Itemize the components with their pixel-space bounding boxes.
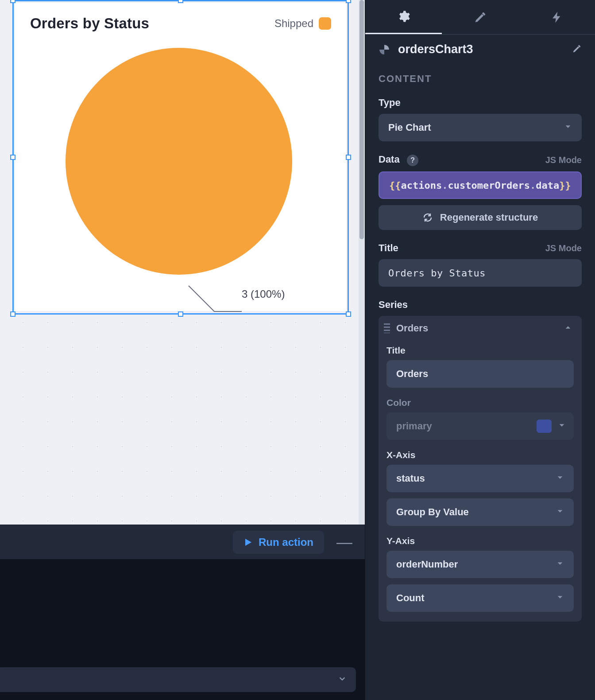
drag-handle-icon[interactable] — [384, 323, 390, 333]
canvas-viewport[interactable]: Orders by Status Shipped 3 (100%) — [0, 0, 365, 525]
regenerate-label: Regenerate structure — [440, 212, 538, 223]
resize-handle-left[interactable] — [10, 155, 15, 160]
code-brace: {{ — [389, 180, 401, 191]
x-axis-field-value: status — [396, 473, 425, 484]
title-input[interactable]: Orders by Status — [379, 259, 582, 287]
data-expression-input[interactable]: {{actions.customerOrders.data}} — [379, 171, 582, 199]
label-y-axis: Y-Axis — [386, 536, 574, 546]
chevron-down-icon — [338, 674, 346, 685]
legend-swatch — [319, 17, 331, 30]
resize-handle-right[interactable] — [346, 155, 351, 160]
label-type: Type — [379, 97, 582, 109]
pie-slice-shipped — [66, 48, 292, 275]
regenerate-structure-button[interactable]: Regenerate structure — [379, 205, 582, 230]
component-name: ordersChart3 — [398, 43, 473, 56]
chevron-up-icon — [564, 323, 572, 333]
label-title: Title — [379, 242, 398, 254]
x-axis-group-value: Group By Value — [396, 506, 469, 518]
label-x-axis: X-Axis — [386, 450, 574, 460]
chevron-down-icon — [556, 473, 564, 484]
code-token: customerOrders — [448, 180, 529, 191]
label-series: Series — [379, 299, 582, 311]
series-color-name: primary — [396, 420, 432, 432]
section-content-header: CONTENT — [365, 65, 595, 97]
x-axis-group-select[interactable]: Group By Value — [386, 498, 574, 526]
series-item-name: Orders — [396, 323, 558, 334]
run-action-button[interactable]: Run action — [233, 531, 324, 554]
jsmode-toggle-title[interactable]: JS Mode — [545, 243, 582, 253]
resize-handle-top-right[interactable] — [346, 0, 351, 3]
canvas-scrollbar[interactable] — [359, 0, 365, 525]
select-chart-type[interactable]: Pie Chart — [379, 114, 582, 141]
pie-slice-label: 3 (100%) — [242, 288, 285, 300]
code-dot: . — [530, 180, 536, 191]
series-color-swatch — [537, 420, 552, 433]
resize-handle-bottom-right[interactable] — [346, 311, 351, 317]
code-token: actions — [401, 180, 442, 191]
label-series-title: Title — [386, 345, 574, 356]
jsmode-toggle-data[interactable]: JS Mode — [545, 155, 582, 165]
series-item-header[interactable]: Orders — [379, 316, 582, 341]
pie-chart-widget[interactable]: Orders by Status Shipped 3 (100%) — [15, 3, 346, 311]
y-axis-agg-value: Count — [396, 592, 425, 604]
resize-handle-top[interactable] — [178, 0, 183, 3]
tab-settings[interactable] — [365, 0, 442, 34]
resize-handle-bottom-left[interactable] — [10, 311, 15, 317]
legend-label: Shipped — [274, 17, 313, 30]
chart-legend: Shipped — [274, 17, 331, 30]
label-data: Data — [379, 154, 400, 165]
bottom-select[interactable] — [0, 667, 356, 692]
select-chart-type-value: Pie Chart — [388, 122, 431, 133]
chevron-down-icon — [556, 506, 564, 518]
run-action-label: Run action — [259, 536, 313, 548]
resize-handle-bottom[interactable] — [178, 311, 183, 317]
chevron-down-icon — [564, 122, 572, 133]
code-dot: . — [442, 180, 448, 191]
bottom-toolbar: Run action — — [0, 525, 365, 559]
collapse-panel-button[interactable]: — — [336, 533, 352, 552]
series-title-value: Orders — [396, 368, 428, 380]
chevron-down-icon — [558, 421, 566, 431]
rename-component-button[interactable] — [572, 44, 582, 55]
series-color-select[interactable]: primary — [386, 412, 574, 440]
inspector-tabs — [365, 0, 595, 35]
resize-handle-top-left[interactable] — [10, 0, 15, 3]
pie-chart-icon — [379, 44, 390, 55]
code-token: data — [536, 180, 559, 191]
actions-panel[interactable]: rs — [0, 559, 365, 700]
y-axis-agg-select[interactable]: Count — [386, 584, 574, 612]
chevron-down-icon — [556, 559, 564, 570]
tab-events[interactable] — [518, 0, 595, 34]
y-axis-field-select[interactable]: orderNumber — [386, 551, 574, 578]
series-accordion: Orders Title Orders Color — [379, 316, 582, 622]
tab-style[interactable] — [442, 0, 518, 34]
label-series-color: Color — [386, 397, 574, 408]
help-icon[interactable]: ? — [407, 155, 418, 166]
y-axis-field-value: orderNumber — [396, 559, 458, 570]
series-title-input[interactable]: Orders — [386, 360, 574, 388]
title-input-value: Orders by Status — [388, 268, 486, 279]
selected-widget[interactable]: Orders by Status Shipped 3 (100%) — [12, 0, 349, 315]
chevron-down-icon — [556, 592, 564, 604]
code-brace: }} — [559, 180, 571, 191]
x-axis-field-select[interactable]: status — [386, 465, 574, 492]
chart-title: Orders by Status — [30, 15, 149, 32]
